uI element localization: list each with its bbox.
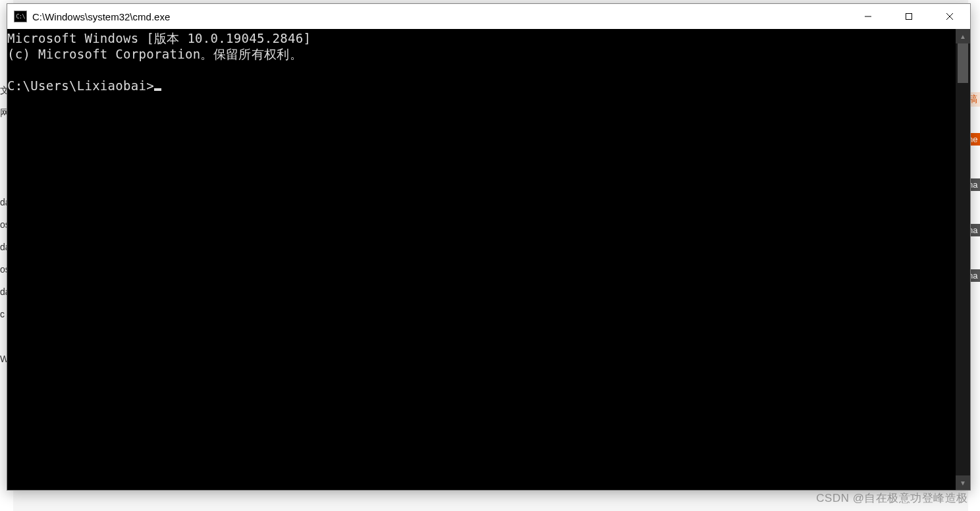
minimize-button[interactable] [848, 4, 888, 29]
scroll-up-button[interactable]: ▲ [956, 29, 970, 43]
svg-rect-1 [906, 14, 912, 20]
console-output[interactable]: Microsoft Windows [版本 10.0.19045.2846] (… [7, 29, 956, 490]
scroll-down-button[interactable]: ▼ [956, 475, 970, 490]
cmd-icon: C:\ [14, 11, 27, 22]
close-button[interactable] [929, 4, 970, 29]
copyright-line: (c) Microsoft Corporation。保留所有权利。 [7, 47, 302, 61]
window-title: C:\Windows\system32\cmd.exe [32, 11, 848, 22]
minimize-icon [864, 13, 872, 20]
titlebar[interactable]: C:\ C:\Windows\system32\cmd.exe [7, 4, 970, 29]
console-area: Microsoft Windows [版本 10.0.19045.2846] (… [7, 29, 970, 490]
watermark-text: CSDN @自在极意功登峰造极 [816, 491, 968, 506]
version-line: Microsoft Windows [版本 10.0.19045.2846] [7, 31, 311, 45]
maximize-icon [905, 13, 913, 20]
cmd-window: C:\ C:\Windows\system32\cmd.exe Microsof… [7, 3, 971, 491]
cursor-icon [154, 88, 161, 91]
vertical-scrollbar[interactable]: ▲ ▼ [956, 29, 970, 490]
window-controls [848, 4, 970, 29]
close-icon [946, 13, 954, 20]
maximize-button[interactable] [888, 4, 929, 29]
scroll-track[interactable] [956, 43, 970, 475]
scroll-thumb[interactable] [958, 43, 968, 83]
prompt: C:\Users\Lixiaobai> [7, 78, 154, 93]
